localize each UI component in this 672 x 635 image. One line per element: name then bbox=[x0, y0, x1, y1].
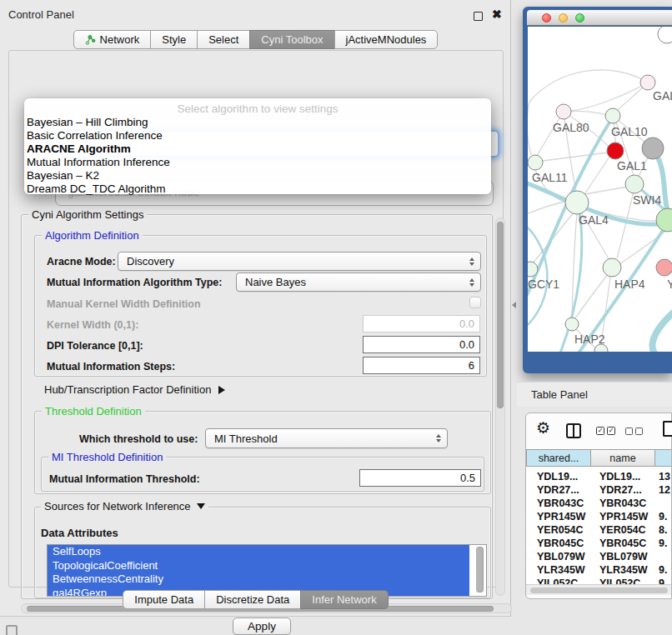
network-node-gal11[interactable] bbox=[528, 155, 543, 170]
minimized-panel-icon[interactable] bbox=[6, 625, 18, 635]
network-node-gal1[interactable] bbox=[607, 142, 624, 159]
manual-kernel-width-checkbox[interactable] bbox=[469, 297, 481, 308]
which-threshold-combobox[interactable]: MI Threshold bbox=[205, 428, 448, 448]
column-header-name[interactable]: name bbox=[591, 449, 655, 467]
column-header-clipped[interactable] bbox=[655, 449, 671, 467]
table-row[interactable]: YDR27...YDR27...12 bbox=[526, 483, 671, 497]
node-label: GCY1 bbox=[528, 278, 559, 291]
scrollbar-thumb[interactable] bbox=[530, 588, 668, 593]
aracne-mode-combobox[interactable]: Discovery bbox=[118, 252, 481, 271]
table-cell: YBR045C bbox=[526, 538, 591, 549]
mi-steps-input[interactable]: 6 bbox=[363, 357, 480, 374]
algorithm-option-bayesian-k2[interactable]: Bayesian – K2 bbox=[24, 169, 491, 182]
tab-network[interactable]: Network bbox=[73, 30, 152, 49]
attribute-item-betweennesscentrality[interactable]: BetweennessCentrality bbox=[48, 572, 469, 587]
network-node-gal[interactable] bbox=[640, 75, 655, 90]
table-panel-title: Table Panel bbox=[517, 382, 672, 407]
table-row[interactable]: YPR145WYPR145W9. bbox=[526, 510, 671, 523]
close-icon[interactable]: ✖ bbox=[492, 8, 502, 21]
network-canvas[interactable]: GALGAL80GAL10GAL1GAL11SWI4GAL4GCY1HAP4YH… bbox=[528, 27, 672, 352]
zoom-traffic-light[interactable] bbox=[575, 13, 584, 22]
kernel-width-input[interactable]: 0.0 bbox=[363, 315, 480, 332]
network-node[interactable] bbox=[658, 27, 672, 43]
algorithm-option-aracne-algorithm[interactable]: ARACNE Algorithm bbox=[24, 142, 491, 156]
tab-cyni-toolbox[interactable]: Cyni Toolbox bbox=[249, 30, 334, 49]
attribute-item-topologicalcoefficient[interactable]: TopologicalCoefficient bbox=[48, 559, 469, 573]
network-node[interactable] bbox=[642, 138, 664, 159]
table-header-row: shared... name bbox=[526, 449, 671, 467]
table-horizontal-scrollbar[interactable] bbox=[526, 584, 671, 595]
combo-arrows-icon bbox=[436, 434, 441, 442]
table-row[interactable]: YER054CYER054C8. bbox=[526, 523, 671, 537]
export-table-icon[interactable] bbox=[663, 421, 672, 437]
tab-jactivemnodules[interactable]: jActiveMNodules bbox=[334, 30, 439, 49]
network-node-gal80[interactable] bbox=[556, 104, 571, 119]
tab-impute-data[interactable]: Impute Data bbox=[123, 590, 205, 609]
network-node-y[interactable] bbox=[656, 259, 672, 276]
scrollbar-thumb[interactable] bbox=[476, 547, 484, 592]
gear-icon[interactable]: ⚙ bbox=[536, 418, 550, 437]
network-node-swi4[interactable] bbox=[625, 175, 644, 193]
list-vertical-scrollbar[interactable] bbox=[475, 547, 484, 594]
table-cell: YER054C bbox=[591, 524, 655, 536]
minimize-traffic-light[interactable] bbox=[559, 13, 568, 22]
close-traffic-light[interactable] bbox=[542, 13, 551, 22]
network-window-titlebar[interactable] bbox=[527, 10, 672, 26]
table-cell: YBL079W bbox=[591, 551, 655, 562]
table-row[interactable]: YIL052CYIL052C9. bbox=[526, 577, 671, 584]
algorithm-option-dream8-dc-tdc-algorithm[interactable]: Dream8 DC_TDC Algorithm bbox=[24, 182, 491, 196]
table-row[interactable]: YBL079WYBL079W bbox=[526, 550, 671, 563]
select-all-checkboxes-icon[interactable]: ✓✓ bbox=[596, 427, 615, 435]
algorithm-option-bayesian-hill-climbing[interactable]: Bayesian – Hill Climbing bbox=[24, 116, 491, 129]
columns-icon[interactable] bbox=[566, 423, 581, 438]
data-attributes-list[interactable]: SelfLoopsTopologicalCoefficientBetweenne… bbox=[47, 544, 487, 597]
mi-algorithm-type-combobox[interactable]: Naive Bayes bbox=[236, 272, 481, 292]
cyni-bottom-tabs: Impute DataDiscretize DataInfer Network bbox=[0, 590, 511, 609]
table-cell: YLR345W bbox=[526, 564, 591, 576]
network-node-gal4[interactable] bbox=[565, 191, 589, 214]
network-node-hap2[interactable] bbox=[565, 318, 579, 331]
table-cell: 9. bbox=[655, 538, 671, 549]
network-edge bbox=[529, 70, 648, 102]
collapse-down-icon bbox=[197, 503, 205, 509]
node-label: GAL bbox=[653, 89, 672, 102]
scrollbar-thumb[interactable] bbox=[497, 222, 504, 408]
column-header-shared-name[interactable]: shared... bbox=[526, 449, 591, 467]
table-row[interactable]: YLR345WYLR345W9. bbox=[526, 563, 671, 577]
algorithm-dropdown-popup: Select algorithm to view settings Bayesi… bbox=[24, 98, 491, 194]
network-node-gal10[interactable] bbox=[605, 108, 620, 123]
dpi-tolerance-input[interactable]: 0.0 bbox=[363, 336, 480, 353]
tab-style[interactable]: Style bbox=[150, 30, 198, 49]
settings-vertical-scrollbar[interactable] bbox=[495, 218, 505, 596]
algorithm-option-basic-correlation-inference[interactable]: Basic Correlation Inference bbox=[24, 129, 491, 142]
hub-definition-label: Hub/Transcription Factor Definition bbox=[44, 383, 211, 396]
table-row[interactable]: YBR043CYBR043C bbox=[526, 497, 671, 510]
hub-definition-expander[interactable]: Hub/Transcription Factor Definition bbox=[44, 383, 225, 396]
panel-splitter-collapse-arrow[interactable] bbox=[512, 302, 516, 308]
sources-legend[interactable]: Sources for Network Inference bbox=[41, 500, 208, 512]
tab-infer-network[interactable]: Infer Network bbox=[300, 590, 388, 609]
mi-threshold-input[interactable]: 0.5 bbox=[359, 469, 481, 487]
network-edge bbox=[652, 310, 672, 352]
table-cell: YDL19... bbox=[591, 471, 655, 482]
attribute-item-selfloops[interactable]: SelfLoops bbox=[48, 545, 469, 559]
combo-arrows-icon bbox=[469, 258, 474, 266]
tab-label: Network bbox=[100, 33, 140, 46]
table-row[interactable]: YBR045CYBR045C9. bbox=[526, 537, 671, 550]
sources-legend-label: Sources for Network Inference bbox=[44, 500, 191, 512]
table-cell: 12 bbox=[655, 484, 671, 496]
table-cell: YDR27... bbox=[591, 484, 655, 496]
table-row[interactable]: YDL19...YDL19...13 bbox=[526, 470, 671, 483]
tab-select[interactable]: Select bbox=[197, 30, 250, 49]
network-node[interactable] bbox=[656, 208, 672, 232]
apply-button[interactable]: Apply bbox=[233, 618, 291, 635]
table-cell: 8. bbox=[655, 524, 671, 536]
deselect-all-checkboxes-icon[interactable] bbox=[625, 428, 643, 435]
algorithm-option-mutual-information-inference[interactable]: Mutual Information Inference bbox=[24, 156, 491, 169]
dpi-tolerance-label: DPI Tolerance [0,1]: bbox=[47, 340, 143, 352]
table-rows: YDL19...YDL19...13YDR27...YDR27...12YBR0… bbox=[526, 470, 671, 584]
float-window-icon[interactable] bbox=[474, 12, 483, 21]
table-cell: YDL19... bbox=[526, 471, 591, 482]
network-node-hap4[interactable] bbox=[603, 258, 621, 277]
tab-discretize-data[interactable]: Discretize Data bbox=[204, 590, 301, 609]
